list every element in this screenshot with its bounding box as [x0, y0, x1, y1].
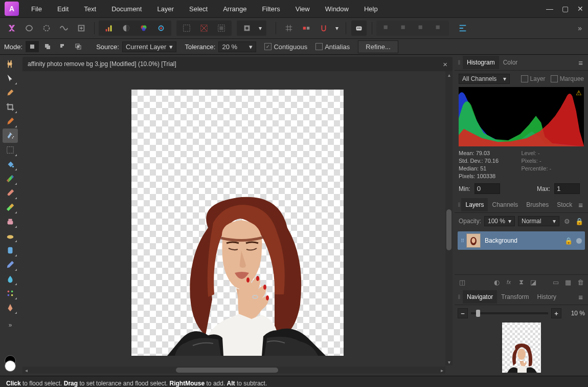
assistant-icon[interactable] [351, 20, 367, 36]
move-tool[interactable] [3, 71, 18, 85]
deselect-icon[interactable] [196, 20, 212, 36]
mode-subtract-icon[interactable] [56, 41, 70, 52]
dodge-brush-tool[interactable] [3, 229, 18, 243]
tab-channels[interactable]: Channels [488, 198, 522, 211]
layer-visibility-toggle[interactable] [576, 238, 582, 244]
fx-icon[interactable]: fx [504, 277, 513, 287]
flood-select-tool[interactable] [3, 128, 18, 143]
opacity-input[interactable]: 100 %▾ [484, 216, 515, 226]
autowb-icon[interactable] [153, 20, 169, 36]
menu-edit[interactable]: Edit [50, 1, 76, 17]
color-picker-tool[interactable] [3, 85, 18, 100]
menu-view[interactable]: View [288, 1, 318, 17]
view-tool[interactable] [3, 57, 18, 71]
panel-grip-icon[interactable]: ⁞⁞ [458, 293, 462, 300]
tab-brushes[interactable]: Brushes [522, 198, 553, 211]
mask-layer-icon[interactable]: ◫ [458, 277, 467, 287]
zoom-slider[interactable] [471, 312, 548, 314]
min-input[interactable] [474, 183, 500, 194]
panel-menu-icon[interactable]: ≡ [576, 58, 585, 67]
contiguous-checkbox[interactable]: ✓Contiguous [264, 43, 307, 51]
smudge-brush-tool[interactable] [3, 257, 18, 272]
align-icon[interactable] [455, 20, 470, 36]
persona-develop-icon[interactable] [39, 20, 54, 36]
quickmask-icon[interactable] [239, 20, 255, 36]
adjustment-icon[interactable]: ◐ [492, 277, 501, 287]
menu-filters[interactable]: Filters [254, 1, 287, 17]
layer-lock-icon[interactable]: 🔒 [564, 236, 573, 245]
refine-button[interactable]: Refine... [358, 40, 398, 53]
document-tab[interactable]: affinity photo remove bg 3.jpg [Modified… [22, 57, 453, 71]
minimize-icon[interactable]: — [542, 3, 557, 15]
zoom-in-button[interactable]: + [551, 308, 561, 318]
canvas[interactable] [131, 90, 344, 356]
blur-brush-tool[interactable] [3, 272, 18, 286]
marquee-tool[interactable] [3, 143, 18, 157]
persona-photo-icon[interactable] [4, 20, 19, 36]
scrollbar-thumb[interactable] [446, 209, 451, 250]
scrollbar-thumb[interactable] [176, 368, 278, 373]
marquee-checkbox[interactable]: Marquee [551, 75, 584, 82]
panel-grip-icon[interactable]: ⁞⁞ [458, 201, 460, 208]
dropdown-icon[interactable]: ▾ [257, 20, 264, 36]
channels-dropdown[interactable]: All Channels▾ [459, 74, 510, 84]
tab-stock[interactable]: Stock [553, 198, 576, 211]
menu-document[interactable]: Document [104, 1, 149, 17]
navigator-thumbnail[interactable] [502, 322, 541, 373]
mode-new-icon[interactable] [26, 41, 39, 52]
persona-tonemap-icon[interactable] [56, 20, 72, 36]
vertical-scrollbar[interactable]: ▴ ▾ [445, 71, 453, 365]
menu-file[interactable]: File [24, 1, 50, 17]
tab-histogram[interactable]: Histogram [463, 56, 499, 69]
menu-window[interactable]: Window [318, 1, 356, 17]
menu-help[interactable]: Help [356, 1, 386, 17]
scroll-right-icon[interactable]: ▸ [438, 367, 445, 374]
scroll-left-icon[interactable]: ◂ [22, 367, 30, 374]
layer-checkbox[interactable]: Layer [521, 75, 546, 82]
tab-navigator[interactable]: Navigator [463, 290, 497, 304]
lock-icon[interactable]: 🔒 [575, 217, 584, 226]
max-input[interactable] [554, 183, 580, 194]
persona-liquify-icon[interactable] [21, 20, 37, 36]
livefilter-icon[interactable]: ⧗ [516, 277, 526, 287]
autocolors-icon[interactable] [136, 20, 151, 36]
gradient-tool[interactable] [3, 171, 18, 186]
crop-icon[interactable]: ◪ [529, 277, 538, 287]
close-document-icon[interactable]: × [443, 60, 447, 69]
toolbar-overflow-icon[interactable]: » [578, 24, 582, 32]
erase-brush-tool[interactable] [3, 200, 18, 214]
menu-text[interactable]: Text [76, 1, 104, 17]
inpainting-brush-tool[interactable] [3, 243, 18, 257]
persona-export-icon[interactable] [74, 20, 89, 36]
close-icon[interactable]: ✕ [573, 3, 588, 15]
scroll-down-icon[interactable]: ▾ [445, 358, 453, 365]
delete-layer-icon[interactable]: 🗑 [576, 277, 585, 287]
color-swatches[interactable] [3, 355, 18, 373]
zoom-out-button[interactable]: − [458, 308, 468, 318]
mesh-warp-tool[interactable] [3, 286, 18, 300]
tab-layers[interactable]: Layers [461, 198, 488, 211]
layer-name[interactable]: Background [485, 237, 517, 244]
viewport[interactable]: ▴ ▾ ◂ ▸ [22, 71, 453, 374]
tab-color[interactable]: Color [499, 56, 522, 69]
paint-brush-tool[interactable] [3, 186, 18, 200]
dropdown-icon[interactable]: ▾ [333, 20, 341, 36]
gear-icon[interactable]: ⚙ [562, 217, 572, 226]
antialias-checkbox[interactable]: Antialias [315, 43, 350, 51]
panel-menu-icon[interactable]: ≡ [576, 201, 585, 209]
tools-overflow-icon[interactable]: » [3, 318, 18, 332]
autocontrast-icon[interactable] [119, 20, 134, 36]
select-all-icon[interactable] [179, 20, 194, 36]
add-layer-icon[interactable]: ▦ [563, 277, 573, 287]
mode-intersect-icon[interactable] [72, 41, 85, 52]
layer-item[interactable]: ⠿ Background 🔒 [458, 231, 585, 250]
toggle-guides-icon[interactable] [299, 20, 314, 36]
menu-arrange[interactable]: Arrange [215, 1, 254, 17]
selection-brush-tool[interactable] [3, 114, 18, 128]
horizontal-scrollbar[interactable]: ◂ ▸ [22, 367, 445, 374]
toggle-grid-icon[interactable] [281, 20, 297, 36]
flood-fill-tool[interactable] [3, 157, 18, 171]
menu-select[interactable]: Select [182, 1, 215, 17]
tab-history[interactable]: History [533, 290, 560, 304]
primary-color-swatch[interactable] [5, 360, 16, 372]
